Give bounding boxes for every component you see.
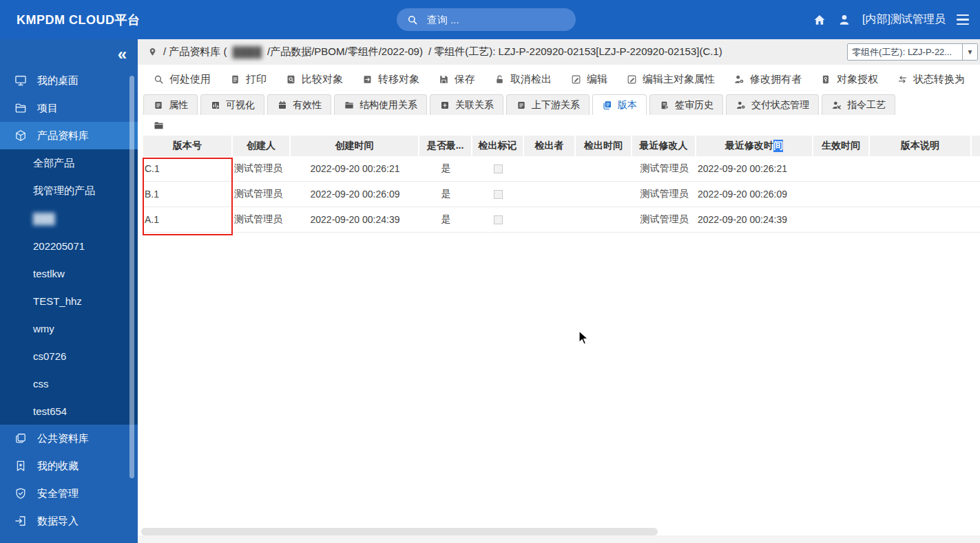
checkbox[interactable] — [494, 190, 503, 199]
col-modifier[interactable]: 最近修改人 — [632, 136, 696, 156]
tab-review-history[interactable]: 签审历史 — [649, 94, 723, 115]
sidebar-sub-testlkw[interactable]: testlkw — [0, 259, 138, 287]
sidebar-item-label: 产品资料库 — [37, 129, 89, 142]
cell-modified: 2022-09-20 00:24:39 — [696, 207, 813, 232]
sidebar-sub-202205071[interactable]: 202205071 — [0, 232, 138, 259]
sidebar-sub-my-managed-products[interactable]: 我管理的产品 — [0, 177, 138, 204]
col-checkout-mark[interactable]: 检出标记 — [472, 136, 524, 156]
tab-version[interactable]: 版本 — [592, 94, 647, 115]
cancel-checkout-button[interactable]: 取消检出 — [494, 73, 552, 86]
checkbox[interactable] — [494, 215, 503, 224]
tab-properties[interactable]: 属性 — [143, 94, 198, 115]
sidebar-scrollbar[interactable] — [129, 76, 134, 478]
table-row[interactable]: A.1 测试管理员 2022-09-20 00:24:39 是 测试管理员 20… — [143, 207, 980, 233]
print-button[interactable]: 打印 — [229, 73, 267, 86]
sidebar-item-projects[interactable]: 项目 — [0, 94, 138, 122]
swap-arrows-icon — [897, 74, 908, 85]
cell-effective — [813, 182, 870, 206]
table-row[interactable]: B.1 测试管理员 2022-09-20 00:26:09 是 测试管理员 20… — [143, 182, 980, 207]
col-modified-time[interactable]: 最近修改时间 — [696, 136, 813, 156]
sidebar-item-my-desktop[interactable]: 我的桌面 — [0, 67, 138, 94]
object-authorize-button[interactable]: 对象授权 — [820, 73, 878, 86]
cell-creator: 测试管理员 — [233, 156, 291, 181]
col-version[interactable]: 版本号 — [143, 136, 233, 156]
breadcrumb-prefix[interactable]: / 产品资料库 ( — [163, 45, 227, 58]
col-is-latest[interactable]: 是否最... — [419, 136, 472, 156]
edit-master-attributes-button[interactable]: 编辑主对象属性 — [626, 73, 715, 86]
cell-latest: 是 — [419, 182, 472, 206]
sidebar-sub-redacted-item[interactable]: ███ — [0, 204, 138, 232]
sidebar-sub-test-hhz[interactable]: TEST_hhz — [0, 287, 138, 315]
object-selector-dropdown[interactable]: 零组件(工艺): LZJ-P-22... ▼ — [847, 43, 978, 61]
cell-modifier: 测试管理员 — [632, 156, 696, 181]
col-effective-time[interactable]: 生效时间 — [813, 136, 870, 156]
location-pin-icon — [147, 47, 158, 57]
compare-icon — [285, 74, 297, 85]
cell-version: A.1 — [143, 207, 233, 232]
menu-icon[interactable] — [957, 14, 969, 25]
cell-version: B.1 — [143, 182, 233, 206]
sidebar-item-product-library[interactable]: 产品资料库 — [0, 122, 138, 149]
sidebar-item-favorites[interactable]: 我的收藏 — [0, 452, 138, 480]
breadcrumb-path[interactable]: /产品数据/PBOM/零组件/2022-09) — [267, 45, 423, 58]
sidebar-item-data-import[interactable]: 数据导入 — [0, 507, 138, 535]
col-checkout-time[interactable]: 检出时间 — [576, 136, 632, 156]
global-search[interactable] — [397, 8, 576, 31]
sidebar-sub-all-products[interactable]: 全部产品 — [0, 149, 138, 177]
breadcrumb-object[interactable]: / 零组件(工艺): LZJ-P-220920-02153[LZJ-P-2209… — [428, 45, 722, 58]
compare-object-button[interactable]: 比较对象 — [285, 73, 343, 86]
tab-upstream-downstream[interactable]: 上下游关系 — [506, 94, 590, 115]
transfer-icon — [362, 74, 373, 85]
sidebar-item-public-library[interactable]: 公共资料库 — [0, 425, 138, 452]
tab-delivery-status[interactable]: 交付状态管理 — [726, 94, 819, 115]
cell-checkout-by — [524, 156, 576, 181]
checkbox[interactable] — [494, 164, 503, 173]
sidebar-sub-css[interactable]: css — [0, 370, 138, 397]
sidebar-item-security[interactable]: 安全管理 — [0, 480, 138, 507]
col-checkout-by[interactable]: 检出者 — [524, 136, 576, 156]
tab-validity[interactable]: 有效性 — [267, 94, 331, 115]
sidebar-collapse-icon[interactable]: « — [118, 45, 127, 64]
user-gear-icon — [733, 74, 745, 85]
chevron-down-icon[interactable]: ▼ — [962, 44, 977, 60]
shield-check-icon — [14, 487, 28, 500]
tab-visualization[interactable]: 可视化 — [200, 94, 264, 115]
sidebar-sub-cs0726[interactable]: cs0726 — [0, 342, 138, 370]
tree-root-row[interactable] — [138, 115, 980, 136]
top-header: KMPDM CLOUD平台 [内部]测试管理员 — [0, 0, 980, 39]
search-input[interactable] — [427, 14, 544, 25]
cell-created: 2022-09-20 00:24:39 — [291, 207, 419, 232]
bookmark-star-icon — [14, 459, 28, 473]
monitor-icon — [14, 74, 28, 87]
horizontal-scrollbar[interactable] — [141, 528, 658, 535]
sidebar-item-label: 我的收藏 — [37, 460, 79, 473]
transfer-object-button[interactable]: 转移对象 — [362, 73, 419, 86]
col-creator[interactable]: 创建人 — [233, 136, 291, 156]
user-icon[interactable] — [837, 13, 851, 27]
sidebar-submenu: 全部产品 我管理的产品 ███ 202205071 testlkw TEST_h… — [0, 149, 138, 425]
stacked-library-icon — [14, 432, 28, 445]
col-created-time[interactable]: 创建时间 — [291, 136, 419, 156]
cell-checkout-mark — [472, 156, 524, 181]
table-row[interactable]: C.1 测试管理员 2022-09-20 00:26:21 是 测试管理员 20… — [143, 156, 980, 182]
col-version-note[interactable]: 版本说明 — [870, 136, 972, 156]
tab-structure-usage[interactable]: 结构使用关系 — [334, 94, 427, 115]
cell-modifier: 测试管理员 — [632, 182, 696, 206]
change-owner-button[interactable]: 修改拥有者 — [733, 73, 802, 86]
save-button[interactable]: 保存 — [438, 73, 475, 86]
print-icon — [229, 74, 241, 85]
tab-association[interactable]: 关联关系 — [430, 94, 503, 115]
sidebar-sub-wmy[interactable]: wmy — [0, 315, 138, 342]
search-icon — [153, 74, 165, 85]
cell-created: 2022-09-20 00:26:09 — [291, 182, 419, 206]
home-icon[interactable] — [813, 13, 826, 27]
cell-note — [870, 156, 972, 181]
sidebar-item-label: 安全管理 — [37, 487, 79, 500]
tab-instruction-process[interactable]: 指令工艺 — [822, 94, 895, 115]
sidebar-sub-test654[interactable]: test654 — [0, 397, 138, 425]
toolbar-more-button[interactable] — [954, 73, 966, 88]
cell-checkout-time — [576, 182, 632, 206]
edit-button[interactable]: 编辑 — [570, 73, 607, 86]
cell-checkout-by — [524, 182, 576, 206]
where-used-button[interactable]: 何处使用 — [153, 73, 211, 86]
